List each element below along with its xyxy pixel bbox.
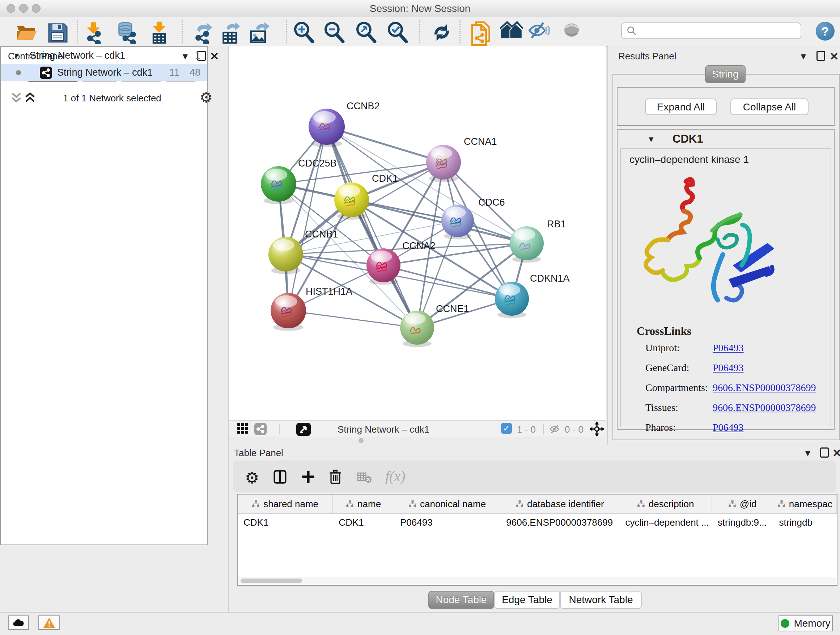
node-label-CCNA1: CCNA1 xyxy=(464,136,497,147)
selected-nodes-checkbox-icon[interactable]: ✓ xyxy=(501,423,512,434)
float-panel-icon[interactable] xyxy=(820,448,829,458)
pan-crosshair-icon[interactable] xyxy=(589,421,605,438)
show-columns-icon[interactable] xyxy=(273,470,287,485)
tab-node-table[interactable]: Node Table xyxy=(428,591,494,609)
zoom-in-icon[interactable] xyxy=(293,21,316,44)
results-content-frame: Expand All Collapse All ▼ CDK1 cyclin–de… xyxy=(613,74,840,440)
gear-icon[interactable]: ⚙ xyxy=(200,89,213,106)
memory-status-dot-icon xyxy=(781,619,789,628)
warnings-button[interactable] xyxy=(38,616,60,630)
zoom-out-icon[interactable] xyxy=(323,21,346,44)
birdseye-view-icon[interactable] xyxy=(296,423,311,436)
column-header-name[interactable]: name xyxy=(333,494,394,513)
crosslink-row: Pharos:P06493 xyxy=(645,422,826,433)
zoom-fit-icon[interactable] xyxy=(355,21,378,44)
float-panel-icon[interactable] xyxy=(816,51,825,61)
table-cell[interactable]: 9606.ENSP00000378699 xyxy=(500,514,619,531)
cloud-status-button[interactable] xyxy=(8,616,29,630)
collapse-all-button[interactable]: Collapse All xyxy=(730,98,808,115)
panel-menu-icon[interactable]: ▼ xyxy=(804,448,812,458)
collapse-arrow-icon[interactable]: ▼ xyxy=(13,51,20,60)
toolbar-separator xyxy=(286,20,287,43)
crosslink-link[interactable]: 9606.ENSP00000378699 xyxy=(713,402,816,413)
status-separator xyxy=(543,424,544,434)
tab-string[interactable]: String xyxy=(705,65,745,83)
import-network-database-icon[interactable] xyxy=(115,21,138,44)
string-protein-query-icon[interactable] xyxy=(469,21,492,44)
function-builder-icon[interactable]: f(x) xyxy=(385,468,406,485)
string-network-graph[interactable]: CCNB2CCNA1CDC25BCDK1CDC6RB1CCNB1CCNA2CDK… xyxy=(229,46,606,420)
table-cell[interactable]: P06493 xyxy=(394,514,500,531)
panel-menu-icon[interactable]: ▼ xyxy=(799,51,808,62)
table-header-row: shared namenamecanonical namedatabase id… xyxy=(238,494,837,514)
help-button[interactable]: ? xyxy=(816,22,835,41)
horizontal-scrollbar[interactable] xyxy=(238,577,836,584)
zoom-selected-icon[interactable] xyxy=(386,21,409,44)
create-column-plus-icon[interactable] xyxy=(302,470,315,485)
table-cell[interactable]: stringdb xyxy=(773,514,837,531)
column-header-namespac[interactable]: namespac xyxy=(773,494,837,513)
change-species-icon[interactable] xyxy=(500,21,523,44)
hide-selected-icon[interactable] xyxy=(527,21,550,44)
splitter-handle-icon[interactable] xyxy=(358,438,363,443)
node-label-RB1: RB1 xyxy=(547,219,566,230)
table-cell[interactable]: CDK1 xyxy=(238,514,333,531)
column-header--id[interactable]: @id xyxy=(712,494,774,513)
network-tree: ▼ String Network – cdk1 1 String Network… xyxy=(0,46,208,545)
column-header-database-identifier[interactable]: database identifier xyxy=(500,494,619,513)
network-row[interactable]: String Network – cdk1 11 48 xyxy=(1,64,207,81)
table-row[interactable]: CDK1CDK1P064939606.ENSP00000378699cyclin… xyxy=(238,514,837,531)
table-panel: Table Panel ▼ ✕ ⚙ f(x) shared namenameca… xyxy=(229,445,840,612)
expand-all-button[interactable]: Expand All xyxy=(645,98,717,115)
refresh-view-icon[interactable] xyxy=(430,21,453,44)
close-panel-icon[interactable]: ✕ xyxy=(832,447,840,459)
crosslink-link[interactable]: P06493 xyxy=(713,422,744,433)
expand-all-tree-icon[interactable] xyxy=(10,91,22,105)
network-collection-row[interactable]: ▼ String Network – cdk1 1 xyxy=(1,47,207,64)
table-cell[interactable]: stringdb:9... xyxy=(712,514,774,531)
search-input[interactable] xyxy=(621,22,801,39)
export-network-icon[interactable] xyxy=(191,21,214,44)
toolbar-separator xyxy=(459,20,461,43)
network-view-mode-icon[interactable] xyxy=(254,423,267,435)
open-session-icon[interactable] xyxy=(15,21,38,44)
toolbar-separator xyxy=(182,20,183,43)
collapse-all-tree-icon[interactable] xyxy=(24,91,36,105)
close-panel-icon[interactable]: ✕ xyxy=(210,50,219,63)
hidden-items-eye-icon[interactable] xyxy=(549,424,562,435)
memory-button[interactable]: Memory xyxy=(778,616,833,631)
scrollbar-thumb[interactable] xyxy=(240,578,302,583)
import-network-icon[interactable] xyxy=(82,21,105,44)
crosslink-row: Uniprot:P06493 xyxy=(645,342,826,354)
show-all-icon[interactable] xyxy=(561,21,584,44)
tab-edge-table[interactable]: Edge Table xyxy=(494,591,560,609)
expand-collapse-box: Expand All Collapse All xyxy=(617,87,835,126)
import-table-icon[interactable] xyxy=(148,21,171,44)
status-separator xyxy=(279,424,279,434)
network-view-canvas[interactable]: CCNB2CCNA1CDC25BCDK1CDC6RB1CCNB1CCNA2CDK… xyxy=(229,46,606,420)
export-image-icon[interactable] xyxy=(247,21,270,44)
column-header-description[interactable]: description xyxy=(619,494,712,513)
table-settings-gear-icon[interactable]: ⚙ xyxy=(245,469,259,487)
gene-name: CDK1 xyxy=(673,133,703,146)
crosslink-link[interactable]: P06493 xyxy=(713,362,744,374)
close-panel-icon[interactable]: ✕ xyxy=(829,50,838,63)
delete-table-icon[interactable] xyxy=(357,472,371,485)
table-cell[interactable]: cyclin–dependent ... xyxy=(619,514,712,531)
tab-network-table[interactable]: Network Table xyxy=(560,591,642,609)
delete-column-trash-icon[interactable] xyxy=(329,469,342,486)
save-session-icon[interactable] xyxy=(46,21,69,44)
toolbar-separator xyxy=(77,20,78,43)
export-table-icon[interactable] xyxy=(219,21,242,44)
column-header-shared-name[interactable]: shared name xyxy=(238,494,333,513)
node-label-CDC6: CDC6 xyxy=(478,197,505,208)
node-label-CDK1: CDK1 xyxy=(372,173,398,184)
crosslink-link[interactable]: P06493 xyxy=(713,342,744,354)
grid-view-icon[interactable] xyxy=(237,423,248,436)
memory-label: Memory xyxy=(794,618,830,629)
crosslink-link[interactable]: 9606.ENSP00000378699 xyxy=(713,382,816,394)
hidden-count: 0 - 0 xyxy=(565,424,584,435)
column-header-canonical-name[interactable]: canonical name xyxy=(394,494,500,513)
table-cell[interactable]: CDK1 xyxy=(333,514,394,531)
collapse-section-icon[interactable]: ▼ xyxy=(647,135,655,144)
